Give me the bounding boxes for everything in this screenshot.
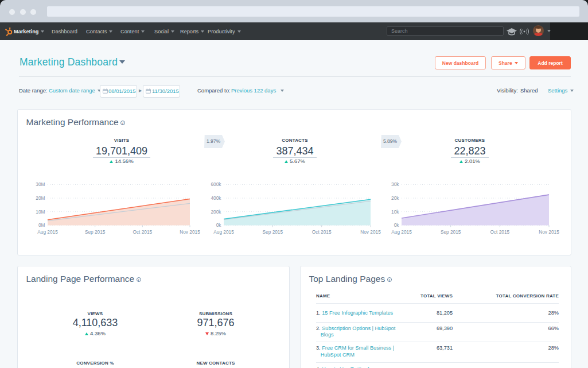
svg-text:Oct 2015: Oct 2015 xyxy=(133,229,152,235)
svg-text:0M: 0M xyxy=(38,222,45,228)
svg-text:400k: 400k xyxy=(211,195,222,201)
svg-text:30M: 30M xyxy=(36,181,45,187)
svg-text:Nov 2015: Nov 2015 xyxy=(360,229,381,235)
svg-text:Sep 2015: Sep 2015 xyxy=(85,229,106,235)
svg-text:Nov 2015: Nov 2015 xyxy=(180,229,200,235)
svg-text:0k: 0k xyxy=(394,222,400,228)
svg-text:200k: 200k xyxy=(211,209,222,215)
svg-text:Sep 2015: Sep 2015 xyxy=(441,229,461,235)
svg-text:Aug 2015: Aug 2015 xyxy=(391,229,412,235)
svg-text:Aug 2015: Aug 2015 xyxy=(37,229,58,235)
svg-text:30k: 30k xyxy=(391,181,399,187)
svg-text:Sep 2015: Sep 2015 xyxy=(263,229,283,235)
svg-text:Oct 2015: Oct 2015 xyxy=(312,229,332,235)
svg-text:20k: 20k xyxy=(391,195,399,201)
svg-text:Oct 2015: Oct 2015 xyxy=(490,229,509,235)
svg-text:0k: 0k xyxy=(216,222,222,228)
svg-text:600k: 600k xyxy=(211,181,222,187)
svg-text:10M: 10M xyxy=(36,209,45,215)
svg-text:10k: 10k xyxy=(391,209,399,215)
svg-text:Nov 2015: Nov 2015 xyxy=(539,229,559,235)
svg-text:Aug 2015: Aug 2015 xyxy=(213,229,234,235)
svg-text:20M: 20M xyxy=(36,195,45,201)
